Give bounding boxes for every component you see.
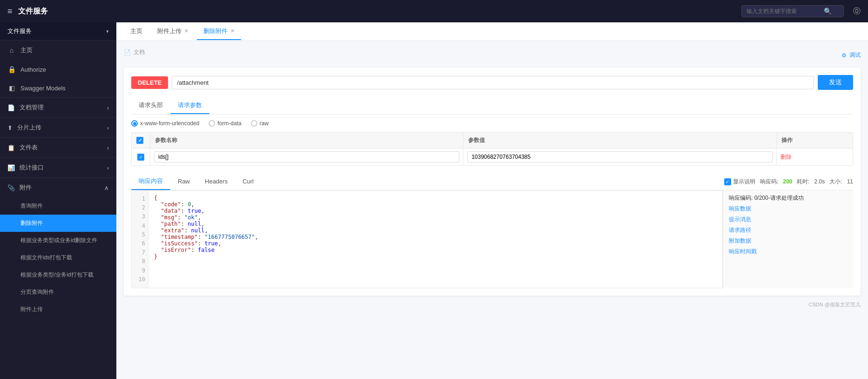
sidebar: 文件服务 ▾ ⌂ 主页 🔒 Authorize ◧ Swagger Models… — [0, 22, 116, 379]
search-icon: 🔍 — [824, 7, 832, 15]
format-form-data[interactable]: form-data — [209, 120, 241, 127]
sidebar-group-stats: 📊 统计接口 › — [0, 157, 116, 177]
page-title: 文件服务 — [18, 7, 736, 16]
response-tabs: 响应内容 Raw Headers Curl — [131, 173, 724, 190]
response-tab-raw[interactable]: Raw — [170, 174, 197, 190]
param-tab-headers[interactable]: 请求头部 — [131, 97, 170, 114]
doc-icon: 📄 — [7, 104, 15, 111]
sidebar-group-file-table: 📋 文件表 › — [0, 137, 116, 157]
api-panel: DELETE 发送 请求头部 请求参数 x-www-form-urlencode… — [124, 68, 861, 296]
send-button[interactable]: 发送 — [818, 75, 853, 90]
sidebar-item-download-by-type[interactable]: 根据业务类型/业务id打包下载 — [0, 266, 116, 284]
tab-home[interactable]: 主页 — [124, 23, 149, 40]
format-raw[interactable]: raw — [251, 120, 269, 127]
row-checkbox[interactable] — [137, 154, 144, 161]
help-icon: ⓪ — [853, 7, 861, 16]
tab-delete-close[interactable]: ✕ — [230, 28, 235, 34]
response-status-code: 200 — [783, 178, 792, 185]
debug-tab[interactable]: ⚙ 调试 — [841, 51, 861, 59]
response-tab-content[interactable]: 响应内容 — [131, 173, 170, 190]
sidebar-group-attachment-header[interactable]: 📎 附件 ∧ — [0, 178, 116, 197]
chevron-right-icon-4: › — [107, 164, 109, 171]
response-help-item-1[interactable]: 响应数据 — [729, 205, 848, 213]
show-desc-toggle[interactable]: 显示说明 — [724, 178, 755, 186]
sidebar-dropdown[interactable]: 文件服务 ▾ — [0, 22, 116, 41]
sidebar-item-swagger-models[interactable]: ◧ Swagger Models — [0, 79, 116, 97]
response-tabs-row: 响应内容 Raw Headers Curl 显示说明 响应码: 200 — [131, 173, 853, 190]
sidebar-group-file-label: 文件表 — [20, 143, 38, 152]
table-icon: 📋 — [7, 144, 15, 151]
sidebar-item-query-attachment[interactable]: 查询附件 — [0, 197, 116, 215]
upload-icon: ⬆ — [7, 124, 13, 131]
response-help-item-5[interactable]: 响应时间戳 — [729, 248, 848, 256]
row-name-cell — [150, 149, 464, 166]
sidebar-item-home-label: 主页 — [20, 46, 33, 54]
sidebar-group-attachment-label: 附件 — [20, 183, 32, 192]
sidebar-group-file-header[interactable]: 📋 文件表 › — [0, 138, 116, 157]
response-help-item-3[interactable]: 请求路径 — [729, 226, 848, 234]
search-input[interactable] — [747, 8, 821, 14]
response-help-item-2[interactable]: 提示消息 — [729, 216, 848, 223]
radio-urlencoded — [131, 120, 138, 127]
param-tab-params[interactable]: 请求参数 — [170, 97, 209, 114]
sidebar-item-authorize[interactable]: 🔒 Authorize — [0, 60, 116, 79]
method-badge: DELETE — [131, 76, 168, 89]
debug-label: 调试 — [849, 51, 861, 59]
sidebar-item-delete-by-type[interactable]: 根据业务类型或业务id删除文件 — [0, 232, 116, 249]
chevron-right-icon: › — [107, 104, 109, 111]
param-tabs: 请求头部 请求参数 — [131, 97, 853, 115]
breadcrumb-icon: 📄 — [124, 49, 131, 56]
params-table: 参数名称 参数值 操作 — [131, 132, 853, 166]
sidebar-group-doc-mgmt: 📄 文档管理 › — [0, 97, 116, 117]
sidebar-group-stats-header[interactable]: 📊 统计接口 › — [0, 158, 116, 177]
col-check — [132, 133, 150, 149]
tab-upload-close[interactable]: ✕ — [184, 28, 188, 34]
sidebar-item-page-query[interactable]: 分页查询附件 — [0, 284, 116, 301]
sidebar-group-attachment-items: 查询附件 删除附件 根据业务类型或业务id删除文件 根据文件ids打包下载 根据… — [0, 197, 116, 318]
sidebar-item-upload-attachment[interactable]: 附件上传 — [0, 301, 116, 318]
tab-delete[interactable]: 删除附件 ✕ — [197, 23, 241, 40]
sidebar-group-chunked-header[interactable]: ⬆ 分片上传 › — [0, 118, 116, 137]
url-bar: DELETE 发送 — [131, 75, 853, 90]
row-action-cell: 删除 — [777, 149, 853, 166]
sidebar-group-chunked: ⬆ 分片上传 › — [0, 117, 116, 137]
sidebar-group-doc-mgmt-header[interactable]: 📄 文档管理 › — [0, 98, 116, 117]
response-tab-headers[interactable]: Headers — [197, 174, 235, 190]
code-and-help: 1 2 3 4 5 6 7 8 9 10 { "c — [131, 190, 853, 288]
row-checkbox-cell — [132, 149, 150, 166]
response-meta: 显示说明 响应码: 200 耗时: 2.0s 大小: 11 — [724, 178, 853, 186]
format-raw-label: raw — [260, 120, 269, 127]
sidebar-group-doc-label: 文档管理 — [20, 103, 44, 112]
time-label: 耗时: — [797, 178, 809, 186]
format-urlencoded[interactable]: x-www-form-urlencoded — [131, 120, 199, 127]
sidebar-item-swagger-label: Swagger Models — [20, 85, 66, 92]
attachment-icon: 📎 — [7, 184, 15, 191]
chevron-right-icon-2: › — [107, 124, 109, 131]
delete-param-button[interactable]: 删除 — [781, 154, 792, 160]
response-tab-curl[interactable]: Curl — [235, 174, 261, 190]
sidebar-item-home[interactable]: ⌂ 主页 — [0, 41, 116, 60]
format-options: x-www-form-urlencoded form-data raw — [131, 120, 853, 127]
response-size: 11 — [847, 178, 853, 185]
sidebar-group-chunked-label: 分片上传 — [17, 123, 41, 132]
sidebar-item-authorize-label: Authorize — [20, 66, 46, 73]
response-help-item-4[interactable]: 附加数据 — [729, 237, 848, 245]
show-desc-checkbox[interactable] — [724, 178, 731, 185]
tab-delete-label: 删除附件 — [203, 27, 228, 35]
url-input[interactable] — [172, 76, 814, 89]
sidebar-item-delete-attachment[interactable]: 删除附件 — [0, 215, 116, 232]
response-status-label: 响应码: — [760, 178, 778, 186]
radio-form-data — [209, 120, 215, 127]
tab-upload-label: 附件上传 — [157, 27, 182, 35]
response-time: 2.0s — [814, 178, 825, 185]
main-layout: 文件服务 ▾ ⌂ 主页 🔒 Authorize ◧ Swagger Models… — [0, 22, 868, 379]
param-name-input[interactable] — [154, 151, 459, 162]
response-section: 响应内容 Raw Headers Curl 显示说明 响应码: 200 — [131, 173, 853, 288]
size-label: 大小: — [829, 178, 842, 186]
chevron-right-icon-3: › — [107, 144, 109, 151]
sidebar-item-download-by-ids[interactable]: 根据文件ids打包下载 — [0, 249, 116, 266]
param-value-input[interactable] — [467, 151, 773, 162]
tab-upload[interactable]: 附件上传 ✕ — [151, 23, 195, 40]
menu-icon[interactable]: ≡ — [7, 7, 13, 16]
select-all-checkbox[interactable] — [136, 137, 143, 144]
